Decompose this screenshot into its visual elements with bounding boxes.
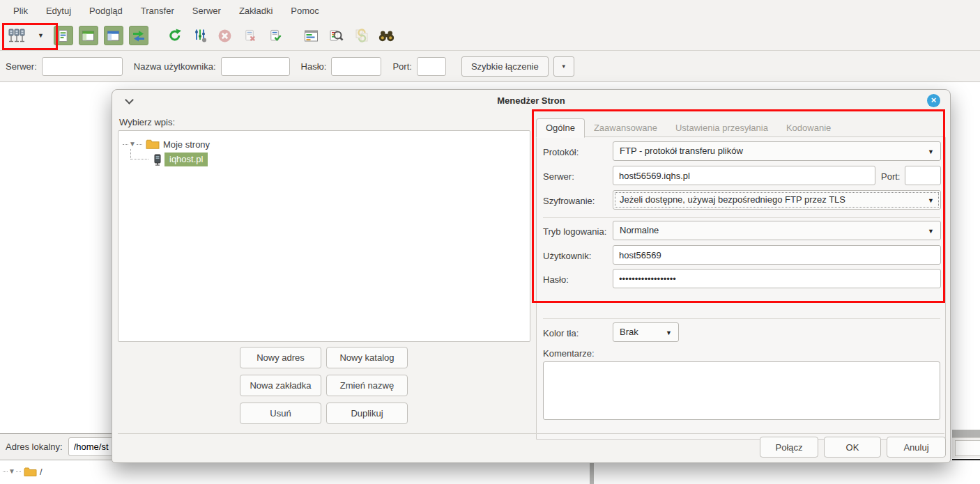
transfer-queue-toggle-button[interactable] xyxy=(129,26,148,45)
tab-charset[interactable]: Kodowanie xyxy=(777,119,840,137)
logon-type-value: Normalne xyxy=(620,225,659,235)
port-input[interactable] xyxy=(905,166,941,185)
refresh-button[interactable] xyxy=(165,26,185,45)
folder-icon xyxy=(146,139,160,150)
remote-tree-toggle-button[interactable] xyxy=(104,26,123,45)
quickconnect-username-input[interactable] xyxy=(221,57,290,76)
encryption-label: Szyfrowanie: xyxy=(543,196,595,206)
dropdown-arrow-icon: ▼ xyxy=(928,197,934,204)
background-color-label: Kolor tła: xyxy=(543,328,579,338)
tab-transfer-settings[interactable]: Ustawienia przesyłania xyxy=(666,119,777,137)
synchronized-browsing-button xyxy=(352,26,372,45)
logon-type-select[interactable]: Normalne ▼ xyxy=(613,221,941,240)
local-address-label: Adres lokalny: xyxy=(6,442,63,452)
quickconnect-bar: Serwer: Nazwa użytkownika: Hasło: Port: … xyxy=(0,51,980,82)
quickconnect-username-label: Nazwa użytkownika: xyxy=(134,61,216,72)
local-tree-root-row[interactable]: ▼ / xyxy=(0,464,590,479)
remote-pane-header-fragment xyxy=(952,430,980,437)
site-manager-icon xyxy=(8,28,25,43)
site-manager-dropdown-arrow[interactable]: ▼ xyxy=(38,32,44,39)
encryption-value: Jeżeli dostępne, używaj bezpośredniego F… xyxy=(620,194,845,205)
site-server-icon xyxy=(153,154,162,166)
separator xyxy=(543,217,940,218)
menu-transfer[interactable]: Transfer xyxy=(132,6,183,16)
tab-advanced[interactable]: Zaawansowane xyxy=(585,119,666,137)
dropdown-arrow-icon: ▼ xyxy=(666,329,672,336)
menu-podglad[interactable]: Podgląd xyxy=(80,6,132,16)
new-bookmark-button[interactable]: Nowa zakładka xyxy=(240,375,321,396)
rename-button[interactable]: Zmień nazwę xyxy=(326,375,408,396)
encryption-select[interactable]: Jeżeli dostępne, używaj bezpośredniego F… xyxy=(613,190,941,210)
site-manager-button[interactable] xyxy=(7,26,26,45)
local-tree-toggle-button[interactable] xyxy=(79,26,98,45)
local-tree-icon xyxy=(82,29,95,42)
duplicate-button[interactable]: Duplikuj xyxy=(326,403,408,424)
local-tree-root-label: / xyxy=(40,467,43,477)
port-label: Port: xyxy=(881,171,900,182)
site-manager-dialog: Menedżer Stron × Wybierz wpis: ▼ Moje st… xyxy=(112,89,951,463)
file-search-icon xyxy=(329,29,344,43)
quickconnect-password-input[interactable] xyxy=(331,57,381,76)
disconnect-icon xyxy=(243,29,257,42)
user-label: Użytkownik: xyxy=(543,251,591,261)
tree-site-row[interactable]: iqhost.pl xyxy=(123,152,527,167)
message-log-toggle-button[interactable] xyxy=(54,26,73,45)
menu-zakladki[interactable]: Zakładki xyxy=(230,6,282,16)
new-site-button[interactable]: Nowy adres xyxy=(240,347,321,368)
folder-icon xyxy=(24,467,37,477)
dialog-title-bar[interactable]: Menedżer Stron × xyxy=(112,90,950,112)
comments-label: Komentarze: xyxy=(543,348,595,359)
new-folder-button[interactable]: Nowy katalog xyxy=(326,347,408,368)
background-color-value: Brak xyxy=(620,327,638,337)
comments-textarea[interactable] xyxy=(543,361,940,420)
user-input[interactable] xyxy=(613,245,941,265)
close-button[interactable]: × xyxy=(927,94,940,107)
delete-button[interactable]: Usuń xyxy=(240,403,321,424)
background-color-select[interactable]: Brak ▼ xyxy=(613,322,679,342)
message-log-icon xyxy=(56,29,70,42)
filter-icon xyxy=(193,29,207,42)
quickconnect-dropdown-button[interactable]: ▼ xyxy=(553,56,574,77)
expander-icon[interactable]: ▼ xyxy=(8,468,15,475)
cancel-dialog-button[interactable]: Anuluj xyxy=(887,437,946,458)
menu-pomoc[interactable]: Pomoc xyxy=(282,6,328,16)
ok-button[interactable]: OK xyxy=(824,437,881,458)
menu-serwer[interactable]: Serwer xyxy=(183,6,230,16)
menu-bar: Plik Edytuj Podgląd Transfer Serwer Zakł… xyxy=(0,0,980,21)
transfer-queue-icon xyxy=(132,29,146,42)
logon-type-label: Tryb logowania: xyxy=(543,226,606,237)
toolbar: ▼ xyxy=(0,21,980,51)
dropdown-arrow-icon: ▼ xyxy=(928,228,934,235)
tab-general[interactable]: Ogólne xyxy=(536,118,585,138)
find-files-button[interactable] xyxy=(377,26,397,45)
refresh-icon xyxy=(168,29,182,42)
dialog-footer-separator xyxy=(118,433,944,434)
remote-pane-input-fragment xyxy=(955,440,980,456)
pane-splitter[interactable] xyxy=(590,460,594,484)
tree-folder-row[interactable]: ▼ Moje strony xyxy=(123,136,527,152)
connect-button[interactable]: Połącz xyxy=(760,437,818,458)
filter-button[interactable] xyxy=(190,26,210,45)
password-label: Hasło: xyxy=(543,274,569,285)
directory-comparison-icon xyxy=(304,29,319,42)
cancel-button xyxy=(215,26,235,45)
reconnect-button[interactable] xyxy=(266,26,285,45)
quickconnect-port-input[interactable] xyxy=(417,57,446,76)
reconnect-icon xyxy=(268,29,282,42)
select-entry-label: Wybierz wpis: xyxy=(119,117,175,127)
quickconnect-server-input[interactable] xyxy=(42,57,123,76)
expander-icon[interactable]: ▼ xyxy=(129,141,136,148)
menu-edytuj[interactable]: Edytuj xyxy=(37,6,80,16)
settings-tabs: Ogólne Zaawansowane Ustawienia przesyłan… xyxy=(536,118,840,137)
filezilla-window: Plik Edytuj Podgląd Transfer Serwer Zakł… xyxy=(0,0,980,484)
binoculars-icon xyxy=(378,29,395,42)
protocol-select[interactable]: FTP - protokół transferu plików ▼ xyxy=(613,141,941,161)
host-input[interactable] xyxy=(613,166,875,185)
file-search-button[interactable] xyxy=(327,26,346,45)
tree-site-label-selected: iqhost.pl xyxy=(164,153,208,166)
directory-comparison-button[interactable] xyxy=(302,26,321,45)
protocol-label: Protokół: xyxy=(543,147,579,157)
menu-plik[interactable]: Plik xyxy=(4,6,37,16)
quickconnect-button[interactable]: Szybkie łączenie xyxy=(461,56,549,77)
password-input[interactable] xyxy=(613,269,941,288)
